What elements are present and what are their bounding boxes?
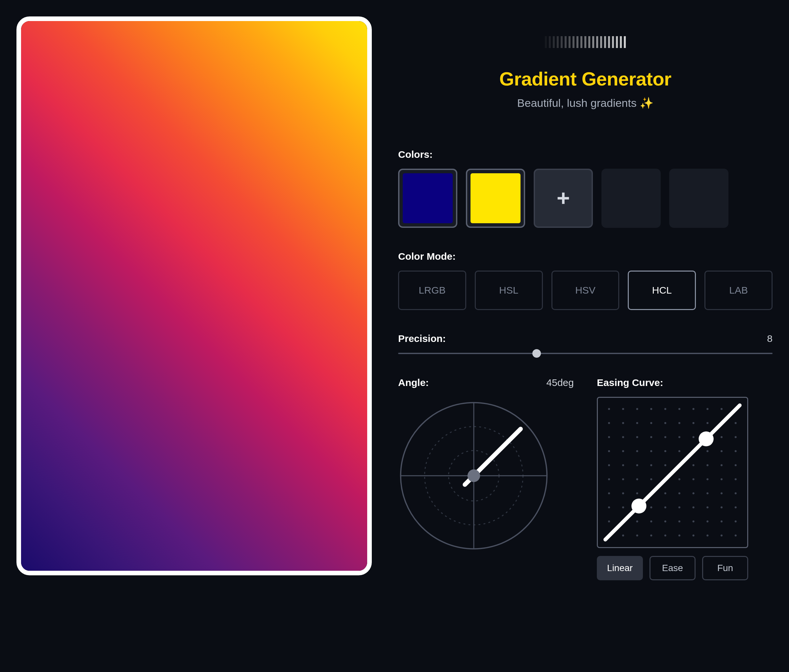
svg-point-84 <box>664 506 666 508</box>
svg-point-40 <box>608 450 610 452</box>
svg-point-44 <box>664 450 666 452</box>
svg-point-63 <box>650 478 652 480</box>
svg-point-45 <box>679 450 680 452</box>
svg-point-77 <box>706 492 708 494</box>
svg-point-69 <box>735 478 737 480</box>
svg-point-59 <box>735 464 737 466</box>
svg-line-110 <box>605 405 740 540</box>
svg-point-111 <box>631 498 646 513</box>
svg-point-89 <box>735 506 737 508</box>
svg-point-112 <box>698 432 713 446</box>
svg-point-29 <box>735 422 737 424</box>
color-mode-hcl[interactable]: HCL <box>628 271 696 310</box>
svg-point-41 <box>622 450 624 452</box>
svg-point-108 <box>720 535 722 537</box>
svg-point-53 <box>650 464 652 466</box>
color-swatch-0[interactable] <box>398 169 457 228</box>
svg-point-61 <box>622 478 624 480</box>
color-mode-hsl[interactable]: HSL <box>475 271 543 310</box>
svg-point-106 <box>693 535 695 537</box>
header: Gradient Generator Beautiful, lush gradi… <box>398 36 773 110</box>
svg-point-104 <box>664 535 666 537</box>
svg-point-21 <box>622 422 624 424</box>
svg-point-13 <box>650 408 652 410</box>
color-mode-lab[interactable]: LAB <box>704 271 773 310</box>
svg-point-54 <box>664 464 666 466</box>
angle-label: Angle: <box>398 377 429 388</box>
svg-point-72 <box>636 492 638 494</box>
svg-point-98 <box>720 521 722 522</box>
svg-point-25 <box>679 422 680 424</box>
angle-section: Angle: 45deg <box>398 377 574 580</box>
easing-section: Easing Curve: LinearEaseFun <box>597 377 773 580</box>
precision-slider[interactable] <box>398 353 773 354</box>
plus-icon <box>556 191 571 206</box>
page-title: Gradient Generator <box>398 68 773 90</box>
tick-strip <box>398 36 773 48</box>
svg-point-86 <box>693 506 695 508</box>
easing-curve-editor[interactable] <box>597 397 748 548</box>
color-mode-lrgb[interactable]: LRGB <box>398 271 466 310</box>
easing-preset-fun[interactable]: Fun <box>702 556 748 580</box>
svg-point-50 <box>608 464 610 466</box>
svg-point-35 <box>679 436 680 438</box>
color-mode-hsv[interactable]: HSV <box>551 271 620 310</box>
svg-point-39 <box>735 436 737 438</box>
svg-point-14 <box>664 408 666 410</box>
svg-point-74 <box>664 492 666 494</box>
svg-point-94 <box>664 521 666 522</box>
svg-point-15 <box>679 408 680 410</box>
precision-label: Precision: <box>398 333 446 344</box>
svg-point-109 <box>735 535 737 537</box>
svg-point-34 <box>664 436 666 438</box>
svg-point-17 <box>706 408 708 410</box>
svg-point-80 <box>608 506 610 508</box>
svg-point-24 <box>664 422 666 424</box>
svg-point-56 <box>693 464 695 466</box>
color-mode-section: Color Mode: LRGBHSLHSVHCLLAB <box>398 251 773 310</box>
gradient-preview <box>21 21 367 571</box>
svg-point-57 <box>706 464 708 466</box>
svg-point-32 <box>636 436 638 438</box>
svg-point-18 <box>720 408 722 410</box>
svg-point-75 <box>679 492 680 494</box>
svg-point-36 <box>693 436 695 438</box>
svg-point-78 <box>720 492 722 494</box>
svg-point-47 <box>706 450 708 452</box>
svg-point-67 <box>706 478 708 480</box>
svg-point-9 <box>468 470 480 482</box>
svg-point-101 <box>622 535 624 537</box>
svg-point-38 <box>720 436 722 438</box>
color-swatch-1[interactable] <box>466 169 525 228</box>
svg-point-83 <box>650 506 652 508</box>
svg-point-12 <box>636 408 638 410</box>
add-color-button[interactable] <box>533 169 593 228</box>
easing-presets: LinearEaseFun <box>597 556 748 580</box>
color-mode-label: Color Mode: <box>398 251 773 262</box>
svg-point-95 <box>679 521 680 522</box>
svg-point-102 <box>636 535 638 537</box>
svg-point-88 <box>720 506 722 508</box>
svg-point-90 <box>608 521 610 522</box>
svg-point-105 <box>679 535 680 537</box>
precision-thumb[interactable] <box>532 349 541 358</box>
precision-value: 8 <box>767 333 773 344</box>
easing-preset-linear[interactable]: Linear <box>597 556 643 580</box>
swatch-row <box>398 169 773 228</box>
color-mode-buttons: LRGBHSLHSVHCLLAB <box>398 271 773 310</box>
svg-point-79 <box>735 492 737 494</box>
svg-point-43 <box>650 450 652 452</box>
easing-preset-ease[interactable]: Ease <box>650 556 696 580</box>
svg-point-51 <box>622 464 624 466</box>
angle-dial[interactable] <box>398 400 549 551</box>
svg-point-71 <box>622 492 624 494</box>
svg-point-26 <box>693 422 695 424</box>
svg-point-96 <box>693 521 695 522</box>
svg-point-10 <box>608 408 610 410</box>
angle-value: 45deg <box>546 377 574 388</box>
svg-point-107 <box>706 535 708 537</box>
svg-point-22 <box>636 422 638 424</box>
svg-point-16 <box>693 408 695 410</box>
easing-label: Easing Curve: <box>597 377 773 388</box>
svg-point-85 <box>679 506 680 508</box>
